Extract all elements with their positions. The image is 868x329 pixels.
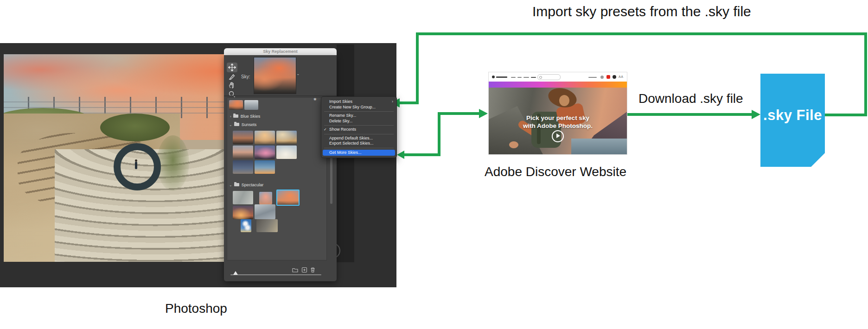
sky-thumb[interactable]	[277, 206, 297, 219]
sky-thumb[interactable]	[241, 219, 251, 232]
sky-file-shape: .sky File	[760, 74, 825, 167]
sky-dropdown-chevron-icon[interactable]: ⌄	[296, 71, 300, 76]
arrow-getmore-seg1	[404, 153, 440, 156]
sky-thumb[interactable]	[255, 131, 275, 144]
search-input[interactable]	[537, 74, 561, 80]
menu-separator	[324, 134, 394, 134]
sky-thumb[interactable]	[255, 160, 275, 174]
menu-separator	[324, 148, 394, 148]
checkmark-icon: ✓	[324, 127, 327, 133]
photo-shrub	[100, 114, 170, 141]
sky-file-folded-corner	[811, 153, 825, 167]
arrow-getmore-head-site	[479, 109, 488, 118]
hero-heading: Pick your perfect sky with Adobe Photosh…	[489, 114, 627, 130]
sky-thumb-selected[interactable]	[276, 190, 300, 206]
hero-woman-face	[559, 95, 569, 106]
sky-thumb[interactable]	[233, 131, 253, 144]
hand-tool-icon[interactable]	[228, 82, 236, 89]
play-icon	[556, 133, 560, 138]
play-button[interactable]	[552, 130, 564, 142]
arrow-import-seg-right	[864, 32, 867, 116]
collapse-chevron-icon[interactable]: ›	[230, 114, 231, 119]
diagram-canvas: Import sky presets from the .sky file Do…	[0, 0, 868, 329]
nav-link[interactable]	[523, 77, 529, 78]
zoom-slider-track[interactable]	[230, 274, 321, 275]
nav-link[interactable]	[517, 77, 522, 78]
nav-signin-text[interactable]	[588, 77, 597, 78]
sky-thumb[interactable]	[255, 146, 275, 159]
search-icon	[539, 76, 542, 79]
nav-aa-glyph: AA	[619, 75, 623, 78]
avatar[interactable]	[613, 75, 616, 79]
delete-trash-icon[interactable]	[310, 267, 316, 273]
group-sunsets[interactable]: ⌄Sunsets	[229, 122, 256, 127]
sky-thumb[interactable]	[233, 206, 253, 219]
arrow-getmore-head-menu	[397, 151, 404, 159]
panel-scrollbar[interactable]	[330, 153, 332, 204]
sky-thumb[interactable]	[233, 160, 253, 174]
panel-divider	[224, 95, 337, 96]
arrow-import-seg-in	[400, 101, 419, 104]
sky-thumb[interactable]	[276, 146, 297, 159]
sky-thumb[interactable]	[259, 192, 272, 204]
nav-link[interactable]	[531, 77, 536, 78]
photoshop-caption: Photoshop	[165, 301, 227, 316]
arrow-getmore-seg3	[438, 112, 479, 115]
menu-separator	[324, 125, 394, 126]
sky-replacement-titlebar[interactable]: Sky Replacement	[224, 48, 337, 55]
website-navbar: AA	[489, 72, 627, 82]
arrow-import-seg-top	[416, 32, 867, 35]
photo-shrub-2	[157, 135, 189, 191]
zoom-slider-thumb[interactable]	[233, 271, 238, 275]
group-spectacular[interactable]: ⌄Spectacular	[229, 183, 263, 187]
arrow-getmore-seg2	[438, 114, 440, 156]
expand-chevron-icon[interactable]: ⌄	[229, 183, 232, 187]
website-hero: Pick your perfect sky with Adobe Photosh…	[489, 88, 627, 154]
menu-item-get-more-skies[interactable]: Get More Skies...	[323, 150, 395, 156]
sky-thumb[interactable]	[256, 219, 278, 232]
submenu-arrow-icon: ›	[392, 99, 393, 105]
download-label: Download .sky file	[638, 91, 743, 106]
recent-sky-thumb[interactable]	[229, 100, 243, 110]
flow-title: Import sky presets from the .sky file	[532, 4, 751, 19]
move-tool-icon[interactable]	[228, 63, 236, 71]
adobe-discover-website: AA Pick your perfect sky with Adobe Phot…	[488, 72, 627, 155]
logo-wordmark	[496, 76, 507, 78]
globe-icon[interactable]	[600, 76, 604, 79]
sky-file-label: .sky File	[760, 107, 825, 124]
menu-item-rename-sky[interactable]: Rename Sky...	[321, 113, 396, 119]
arrow-import-seg-file	[824, 114, 866, 116]
menu-item-export-selected-skies[interactable]: Export Selected Skies...	[321, 141, 396, 146]
arrow-download-seg	[625, 113, 752, 116]
hero-sea	[571, 139, 627, 154]
panel-flyout-menu-icon[interactable]: ✱	[313, 97, 317, 101]
expand-chevron-icon[interactable]: ⌄	[229, 123, 232, 127]
photo-tire-arch	[114, 143, 161, 190]
menu-item-create-new-sky-group[interactable]: Create New Sky Group...	[321, 105, 396, 110]
menu-separator	[324, 111, 394, 112]
arrow-import-seg-down	[416, 32, 419, 104]
open-folder-icon	[234, 183, 239, 186]
sky-thumb[interactable]	[233, 191, 253, 204]
website-gradient-bar	[489, 82, 627, 88]
photo-walker	[135, 162, 137, 169]
menu-item-append-default-skies[interactable]: Append Default Skies...	[321, 136, 396, 141]
open-folder-icon	[234, 123, 239, 126]
nav-link[interactable]	[511, 77, 516, 78]
menu-item-delete-sky[interactable]: Delete Sky...	[321, 119, 396, 124]
sky-thumb[interactable]	[276, 131, 297, 144]
sky-thumb[interactable]	[233, 146, 253, 159]
menu-item-import-skies[interactable]: Import Skies ›	[321, 99, 396, 105]
menu-item-show-recents[interactable]: ✓ Show Recents	[321, 127, 396, 133]
sky-thumb[interactable]	[255, 204, 275, 219]
sky-preview-thumbnail[interactable]	[254, 57, 296, 94]
creative-cloud-logo-icon	[492, 76, 495, 78]
hero-woman-hand	[509, 141, 518, 148]
panel-context-menu: Import Skies › Create New Sky Group... R…	[321, 96, 397, 158]
recent-sky-thumb[interactable]	[244, 100, 258, 110]
adobe-cc-icon[interactable]	[606, 75, 610, 79]
brush-tool-icon[interactable]	[228, 73, 236, 81]
group-blue-skies[interactable]: ›Blue Skies	[230, 114, 260, 119]
new-group-folder-icon[interactable]	[292, 267, 298, 273]
new-sky-icon[interactable]	[301, 267, 307, 273]
